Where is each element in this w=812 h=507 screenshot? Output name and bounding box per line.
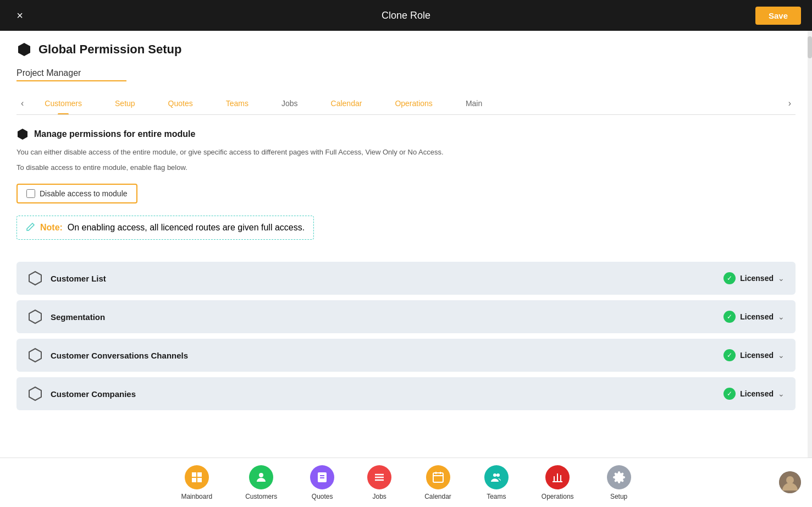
- nav-calendar[interactable]: Calendar: [408, 460, 468, 506]
- tabs-container: ‹ Customers Setup Quotes Teams Jobs Cale…: [16, 92, 796, 115]
- chevron-down-icon-4[interactable]: ⌄: [778, 389, 785, 398]
- licensed-check-icon-4: ✓: [723, 388, 736, 400]
- svg-point-6: [259, 473, 263, 477]
- tabs-list: Customers Setup Quotes Teams Jobs Calend…: [28, 92, 783, 114]
- customers-nav-label: Customers: [245, 493, 277, 500]
- jobs-nav-icon: [367, 465, 391, 489]
- permissions-list: Customer List ✓ Licensed ⌄ Segmentation …: [16, 262, 796, 410]
- licensed-check-icon: ✓: [723, 272, 736, 284]
- svg-point-20: [786, 476, 794, 484]
- user-avatar[interactable]: [779, 471, 801, 493]
- permission-hexagon-icon-2: [27, 309, 43, 324]
- permission-row-customer-list[interactable]: Customer List ✓ Licensed ⌄: [16, 262, 796, 295]
- nav-jobs[interactable]: Jobs: [351, 460, 408, 506]
- scroll-thumb[interactable]: [808, 36, 812, 58]
- permission-hexagon-icon-4: [27, 386, 43, 401]
- hexagon-icon: [16, 42, 32, 57]
- operations-nav-label: Operations: [542, 493, 574, 500]
- page-title-section: Global Permission Setup: [16, 42, 796, 57]
- teams-nav-icon: [484, 465, 509, 489]
- header: × Clone Role Save: [0, 0, 812, 31]
- svg-marker-4: [29, 349, 41, 362]
- scroll-indicator: [808, 31, 812, 458]
- tab-operations[interactable]: Operations: [378, 92, 449, 114]
- quotes-nav-label: Quotes: [312, 493, 333, 500]
- permission-row-segmentation[interactable]: Segmentation ✓ Licensed ⌄: [16, 300, 796, 333]
- section-desc-1: You can either disable access of the ent…: [16, 147, 796, 158]
- tab-prev-button[interactable]: ‹: [16, 94, 28, 113]
- section-header: Manage permissions for entire module: [16, 128, 796, 140]
- tab-calendar[interactable]: Calendar: [314, 92, 379, 114]
- page-title: Global Permission Setup: [38, 42, 181, 57]
- teams-nav-label: Teams: [487, 493, 506, 500]
- setup-nav-icon: [607, 465, 631, 489]
- header-bar: × Clone Role Save: [0, 0, 812, 31]
- tab-jobs[interactable]: Jobs: [265, 92, 314, 114]
- bottom-nav: Mainboard Customers Quotes Jobs Calendar…: [0, 458, 812, 507]
- disable-access-label: Disable access to module: [40, 189, 128, 198]
- mainboard-nav-icon: [185, 465, 209, 489]
- role-name-input[interactable]: [16, 66, 126, 81]
- svg-marker-5: [29, 387, 41, 400]
- permission-hexagon-icon: [27, 271, 43, 286]
- note-text: Note: On enabling access, all licenced r…: [40, 223, 305, 233]
- section-hexagon-icon: [16, 128, 29, 140]
- section-desc-2: To disable access to entire module, enab…: [16, 162, 796, 173]
- disable-access-checkbox[interactable]: [26, 189, 35, 198]
- chevron-down-icon-3[interactable]: ⌄: [778, 351, 785, 360]
- chevron-down-icon[interactable]: ⌄: [778, 274, 785, 283]
- licensed-badge-customer-list: Licensed: [740, 274, 774, 283]
- permission-name-segmentation: Segmentation: [51, 312, 105, 322]
- permission-row-conversations[interactable]: Customer Conversations Channels ✓ Licens…: [16, 339, 796, 372]
- calendar-nav-label: Calendar: [424, 493, 451, 500]
- tab-main[interactable]: Main: [449, 92, 499, 114]
- mainboard-nav-label: Mainboard: [181, 493, 212, 500]
- chevron-down-icon-2[interactable]: ⌄: [778, 312, 785, 321]
- nav-quotes[interactable]: Quotes: [294, 460, 351, 506]
- licensed-badge-segmentation: Licensed: [740, 312, 774, 321]
- operations-nav-icon: [545, 465, 570, 489]
- nav-setup[interactable]: Setup: [590, 460, 648, 506]
- header-title: Clone Role: [382, 10, 430, 21]
- permission-name-customer-list: Customer List: [51, 274, 106, 283]
- svg-point-17: [493, 473, 496, 477]
- svg-marker-3: [29, 310, 41, 323]
- svg-rect-13: [433, 473, 443, 482]
- calendar-nav-icon: [426, 465, 450, 489]
- tab-customers[interactable]: Customers: [28, 92, 98, 114]
- jobs-nav-label: Jobs: [372, 493, 386, 500]
- nav-operations[interactable]: Operations: [525, 460, 590, 506]
- nav-mainboard[interactable]: Mainboard: [164, 460, 229, 506]
- permission-row-companies[interactable]: Customer Companies ✓ Licensed ⌄: [16, 377, 796, 410]
- svg-point-18: [496, 473, 500, 477]
- tab-teams[interactable]: Teams: [209, 92, 265, 114]
- save-button[interactable]: Save: [755, 7, 801, 25]
- setup-nav-label: Setup: [610, 493, 627, 500]
- nav-teams[interactable]: Teams: [468, 460, 525, 506]
- svg-marker-2: [29, 272, 41, 285]
- licensed-check-icon-2: ✓: [723, 311, 736, 323]
- tab-quotes[interactable]: Quotes: [152, 92, 209, 114]
- close-button[interactable]: ×: [11, 7, 29, 24]
- licensed-badge-conversations: Licensed: [740, 351, 774, 360]
- svg-marker-1: [18, 129, 27, 140]
- tab-setup[interactable]: Setup: [98, 92, 152, 114]
- licensed-badge-companies: Licensed: [740, 389, 774, 398]
- note-box: Note: On enabling access, all licenced r…: [16, 216, 314, 240]
- svg-marker-0: [18, 43, 30, 56]
- tab-next-button[interactable]: ›: [784, 94, 796, 113]
- disable-access-box[interactable]: Disable access to module: [16, 184, 137, 203]
- customers-nav-icon: [249, 465, 273, 489]
- nav-customers[interactable]: Customers: [229, 460, 294, 506]
- permission-hexagon-icon-3: [27, 348, 43, 363]
- manage-permissions-section: Manage permissions for entire module You…: [16, 128, 796, 251]
- permission-name-conversations: Customer Conversations Channels: [51, 351, 188, 360]
- section-title: Manage permissions for entire module: [34, 129, 195, 139]
- quotes-nav-icon: [310, 465, 334, 489]
- licensed-check-icon-3: ✓: [723, 349, 736, 361]
- edit-icon: [26, 222, 36, 234]
- permission-name-companies: Customer Companies: [51, 389, 136, 399]
- main-content: Global Permission Setup ‹ Customers Setu…: [0, 31, 812, 458]
